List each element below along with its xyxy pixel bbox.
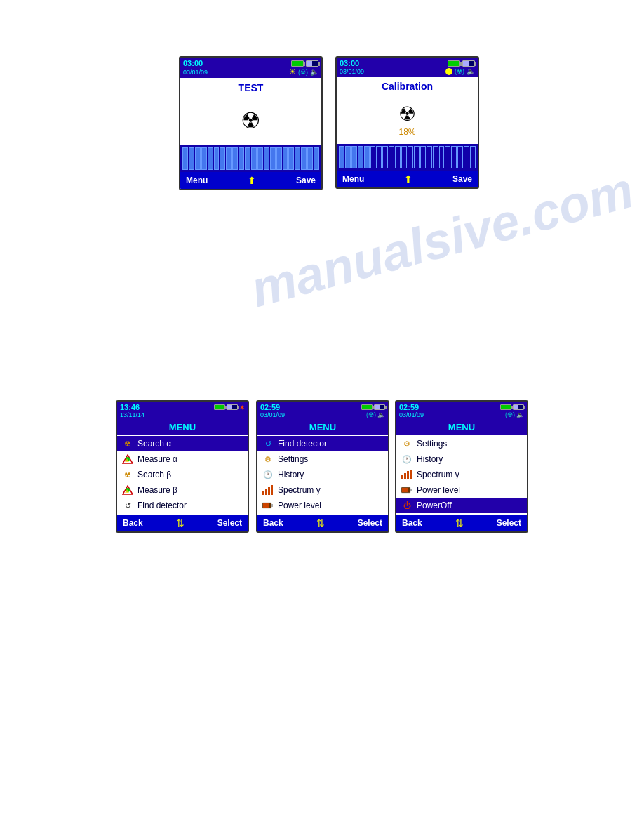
menu3-time: 02:59	[399, 403, 419, 411]
menu1-select-btn[interactable]: Select	[217, 518, 242, 528]
test-toolbar: Menu ⬆ Save	[180, 172, 321, 189]
calibration-screen: 03:00 03/01/09 (☢) 🔈 Calibration	[335, 56, 479, 189]
menu1-icon-0: ☢	[121, 438, 134, 449]
speaker-icon: 🔈	[310, 68, 318, 76]
menu2-icon-4	[262, 500, 274, 511]
menu2-item-3[interactable]: Spectrum γ	[257, 482, 388, 498]
menu3-select-btn[interactable]: Select	[497, 518, 521, 528]
test-center: ☢	[180, 96, 321, 145]
menu3-item-2[interactable]: Spectrum γ	[396, 467, 527, 482]
menu3-icon-0: ⚙	[401, 438, 413, 449]
menu2-back-btn[interactable]: Back	[263, 518, 283, 528]
radiation-symbol-test: ☢	[241, 107, 261, 134]
svg-rect-16	[410, 470, 412, 479]
menu2-icon-3	[262, 484, 274, 496]
menu1-icon-2: ☢	[121, 469, 134, 480]
test-status-bar: 03:00 03/01/09 ☀ (☢) 🔈	[180, 58, 321, 78]
menu2-label-4: Power level	[278, 501, 321, 510]
menu3-back-btn[interactable]: Back	[402, 518, 422, 528]
menu1-item-1[interactable]: Measure α	[117, 451, 248, 467]
test-status-icons	[291, 60, 318, 67]
svg-rect-15	[407, 471, 409, 479]
menu3-date: 03/01/09	[399, 411, 424, 418]
menu2-arrows[interactable]: ⇅	[316, 517, 325, 529]
menu2-time: 02:59	[260, 403, 280, 411]
menu3-title: MENU	[396, 420, 527, 435]
battery-full-icon	[291, 60, 304, 67]
menu2-date: 03/01/09	[260, 411, 285, 418]
test-up-arrow[interactable]: ⬆	[248, 175, 256, 186]
menu3-item-3[interactable]: Power level	[396, 482, 527, 498]
calib-save-btn[interactable]: Save	[452, 174, 472, 184]
calib-battery-half	[462, 60, 475, 67]
menu1-title: MENU	[117, 420, 248, 435]
test-menu-btn[interactable]: Menu	[186, 176, 208, 185]
calib-menu-btn[interactable]: Menu	[342, 174, 364, 184]
calib-sun-icon	[445, 68, 452, 75]
menu2-screen: 02:59 03/01/09 (☢) 🔈 MENU ↺ Find d	[256, 400, 389, 533]
menu2-toolbar: Back ⇅ Select	[257, 515, 388, 531]
menu2-select-btn[interactable]: Select	[358, 518, 382, 528]
calib-status-icons	[448, 60, 475, 67]
menu1-label-3: Measure β	[137, 485, 177, 495]
menu3-item-0[interactable]: ⚙ Settings	[396, 436, 527, 451]
svg-rect-6	[262, 491, 264, 495]
menu2-status-bar: 02:59 03/01/09 (☢) 🔈	[257, 402, 388, 420]
calib-up-arrow[interactable]: ⬆	[404, 173, 412, 185]
menu1-screen: 13:46 ✶ 13/11/14 MENU ☢ Search α	[116, 400, 249, 533]
menu3-speaker-icon: 🔈	[516, 411, 524, 418]
menu2-speaker-icon: 🔈	[377, 411, 385, 418]
menu2-icon-2: 🕐	[262, 469, 274, 480]
calib-battery-full	[448, 60, 460, 67]
calib-speaker-icon: 🔈	[467, 67, 475, 75]
menu3-status-bar: 02:59 03/01/09 (☢) 🔈	[396, 402, 527, 420]
svg-rect-12	[271, 504, 273, 507]
svg-rect-9	[271, 485, 273, 495]
menu3-label-3: Power level	[417, 485, 460, 495]
menu3-icon-1: 🕐	[401, 454, 413, 465]
menu1-arrows[interactable]: ⇅	[176, 517, 185, 529]
menu2-icon-1: ⚙	[262, 454, 274, 465]
calib-date: 03/01/09	[340, 68, 364, 75]
menu3-item-4[interactable]: ⏻ PowerOff	[396, 498, 527, 513]
menu3-toolbar: Back ⇅ Select	[396, 515, 527, 531]
radiation-symbol-calib: ☢	[398, 102, 416, 126]
menu1-item-2[interactable]: ☢ Search β	[117, 467, 248, 482]
menu3-label-1: History	[417, 454, 443, 464]
svg-rect-8	[268, 486, 270, 495]
menu3-radiation-icon: (☢)	[505, 411, 515, 418]
menu2-item-2[interactable]: 🕐 History	[257, 467, 388, 482]
calib-status-bar: 03:00 03/01/09 (☢) 🔈	[337, 58, 478, 77]
menu1-status-icons: ✶	[214, 404, 245, 411]
test-date: 03/01/09	[183, 69, 208, 76]
menu2-item-1[interactable]: ⚙ Settings	[257, 451, 388, 467]
calib-radiation-icon: (☢)	[455, 68, 464, 75]
menu2-item-0[interactable]: ↺ Find detector	[257, 436, 388, 451]
test-save-btn[interactable]: Save	[296, 176, 316, 185]
menu1-label-1: Measure α	[137, 454, 177, 464]
menu3-arrows[interactable]: ⇅	[455, 517, 464, 529]
menu1-battery-full	[214, 404, 225, 410]
menu1-back-btn[interactable]: Back	[123, 518, 143, 528]
test-title: TEST	[180, 78, 321, 96]
menu3-status-icons	[500, 404, 524, 410]
menu1-icon-1	[121, 454, 134, 465]
menu3-item-1[interactable]: 🕐 History	[396, 451, 527, 467]
menu2-item-4[interactable]: Power level	[257, 498, 388, 513]
menu1-label-2: Search β	[137, 470, 171, 479]
menu1-item-3[interactable]: Measure β	[117, 482, 248, 498]
menu3-label-4: PowerOff	[417, 501, 452, 510]
calib-time: 03:00	[340, 59, 359, 67]
menu1-date: 13/11/14	[120, 411, 145, 418]
menu1-item-4[interactable]: ↺ Find detector	[117, 498, 248, 513]
test-bar-indicator	[180, 145, 321, 172]
menu1-label-0: Search α	[137, 439, 171, 449]
menu1-time: 13:46	[120, 403, 140, 411]
menu1-item-0[interactable]: ☢ Search α	[117, 436, 248, 451]
calib-center: ☢ 18%	[337, 95, 478, 144]
menu3-battery-full	[500, 404, 511, 410]
sun-icon: ☀	[289, 67, 296, 77]
menu1-list: ☢ Search α Measure α ☢ Search β	[117, 435, 248, 515]
calib-content: Calibration ☢ 18%	[337, 77, 478, 144]
menu1-icon-3	[121, 484, 134, 496]
